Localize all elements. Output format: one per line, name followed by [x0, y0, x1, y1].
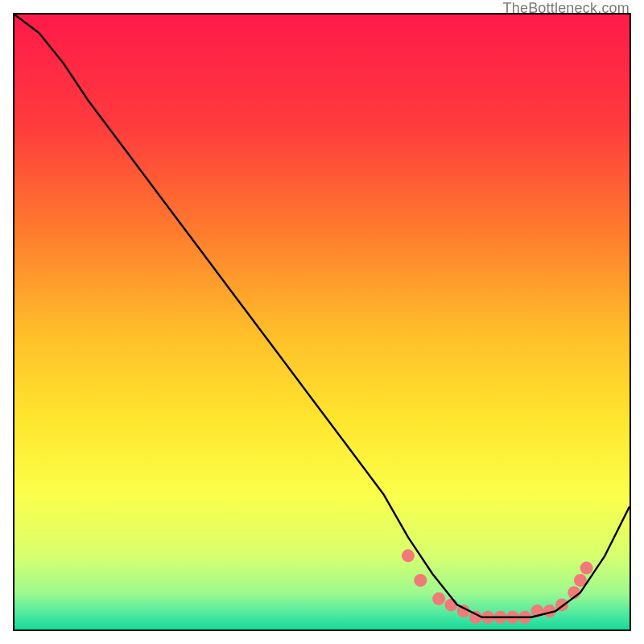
chart-container: TheBottleneck.com [0, 0, 644, 644]
plot-area [13, 13, 631, 631]
bottleneck-curve [14, 14, 630, 630]
